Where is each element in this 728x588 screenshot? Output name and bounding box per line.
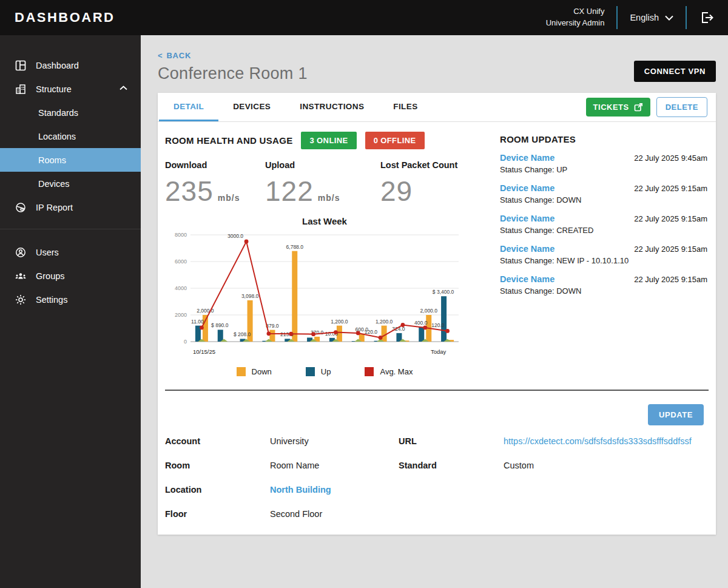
sidebar-item-locations[interactable]: Locations [0,124,141,148]
stat-unit: mb/s [218,193,240,203]
stat-label: Lost Packet Count [380,160,457,170]
chevron-left-icon: < [158,51,163,60]
tickets-label: TICKETS [593,103,629,112]
tab-bar: DETAIL DEVICES INSTRUCTIONS FILES TICKET… [158,93,716,122]
svg-text:$ 3,400.0: $ 3,400.0 [433,289,454,295]
svg-text:1,200.0: 1,200.0 [376,319,393,325]
connect-vpn-button[interactable]: CONNECT VPN [634,61,716,82]
svg-text:8000: 8000 [175,232,187,238]
delete-button[interactable]: DELETE [656,97,707,117]
tab-detail[interactable]: DETAIL [159,93,218,121]
usage-chart: Last Week 020004000600080002,000.011.00$… [165,216,484,376]
sidebar-item-label: Settings [36,295,67,305]
building-icon [15,84,27,95]
topbar-divider [686,6,687,29]
field-value-account: University [270,436,399,446]
tab-devices[interactable]: DEVICES [218,93,285,121]
back-label: BACK [166,51,191,60]
sidebar-item-rooms[interactable]: Rooms [0,148,141,172]
device-name-link[interactable]: Device Name [500,214,554,223]
logout-button[interactable] [700,11,715,24]
legend-label: Down [252,367,272,376]
svg-text:6000: 6000 [175,259,187,265]
update-timestamp: 22 July 2025 9:45am [634,154,707,163]
svg-text:4000: 4000 [175,285,187,291]
legend-swatch-down [237,367,246,376]
tab-files[interactable]: FILES [379,93,432,121]
sidebar-item-standards[interactable]: Standards [0,101,141,124]
language-selector[interactable]: English [630,13,673,22]
sidebar-item-devices[interactable]: Devices [0,172,141,195]
update-timestamp: 22 July 2025 9:15am [634,245,707,254]
field-value-room: Room Name [270,461,399,470]
sidebar-item-users[interactable]: Users [0,240,141,264]
stat-upload: Upload 122mb/s [265,160,365,208]
update-button[interactable]: UPDATE [648,404,704,425]
field-label-floor: Floor [165,509,270,519]
page-title: Conference Room 1 [158,64,716,83]
chart-legend: Down Up Avg. Max [165,367,484,376]
list-item: Device Name 22 July 2025 9:15am Status C… [500,183,707,204]
chevron-down-icon [665,15,673,21]
svg-text:11.00: 11.00 [191,319,204,325]
update-status: Status Change: UP [500,165,707,174]
device-name-link[interactable]: Device Name [500,183,554,193]
svg-text:6,788.0: 6,788.0 [286,244,304,250]
account-info: CX Unify University Admin [546,6,605,29]
sidebar-item-structure[interactable]: Structure [0,77,141,101]
legend-item-avg-max: Avg. Max [365,367,413,376]
sidebar-item-settings[interactable]: Settings [0,288,141,311]
device-name-link[interactable]: Device Name [500,274,554,284]
legend-label: Avg. Max [380,367,413,376]
language-label: English [630,13,659,22]
external-link-icon [634,103,643,112]
sidebar-item-dashboard[interactable]: Dashboard [0,53,141,77]
list-item: Device Name 22 July 2025 9:15am Status C… [500,274,707,296]
room-detail-card: DETAIL DEVICES INSTRUCTIONS FILES TICKET… [158,93,716,535]
online-status-badge: 3 ONLINE [301,132,356,149]
stat-label: Download [165,160,265,170]
app-logo: DASHBOARD [15,10,142,25]
stat-label: Upload [265,160,365,170]
room-updates-section: ROOM UPDATES Device Name 22 July 2025 9:… [495,132,709,376]
tab-instructions[interactable]: INSTRUCTIONS [285,93,379,121]
stat-download: Download 235mb/s [165,160,265,208]
stat-value: 122 [265,175,314,208]
list-item: Device Name 22 July 2025 9:15am Status C… [500,244,707,265]
back-button[interactable]: < BACK [158,51,191,60]
update-status: Status Change: DOWN [500,195,707,204]
room-health-title: ROOM HEALTH AND USAGE [165,135,292,146]
location-link[interactable]: North Building [270,485,399,495]
main-content: < BACK Conference Room 1 CONNECT VPN DET… [141,35,728,588]
sidebar-item-label: Groups [36,271,65,281]
sidebar-item-groups[interactable]: Groups [0,264,141,288]
device-name-link[interactable]: Device Name [500,244,554,254]
gear-icon [15,294,27,305]
svg-text:$ 890.0: $ 890.0 [211,322,229,328]
svg-text:0: 0 [184,339,187,345]
sidebar-item-label: Users [36,248,59,257]
update-timestamp: 22 July 2025 9:15am [634,275,707,284]
legend-swatch-up [306,367,315,376]
svg-text:2,000.0: 2,000.0 [420,308,438,314]
topbar-divider [616,6,618,29]
sidebar-item-label: IP Report [36,203,73,212]
legend-label: Up [321,367,331,376]
room-url-link[interactable]: https://cxdetect.com/sdfsfsdsfds333sdsff… [504,436,707,446]
topbar: DASHBOARD CX Unify University Admin Engl… [0,0,728,35]
chart-canvas: 020004000600080002,000.011.00$ 890.03,09… [165,229,467,359]
update-timestamp: 22 July 2025 9:15am [634,184,707,193]
field-label-standard: Standard [399,461,504,470]
globe-icon [15,202,27,213]
room-details: Account University URL https://cxdetect.… [158,428,716,519]
chart-title: Last Week [165,216,484,226]
tickets-button[interactable]: TICKETS [586,98,650,117]
field-label-url: URL [399,436,504,446]
sidebar-item-label: Locations [38,132,76,141]
legend-item-up: Up [306,367,331,376]
device-name-link[interactable]: Device Name [500,153,554,163]
stat-value: 29 [380,175,413,208]
field-value-floor: Second Floor [270,509,399,519]
sidebar-item-ip-report[interactable]: IP Report [0,195,141,219]
svg-text:120.0: 120.0 [365,329,378,335]
